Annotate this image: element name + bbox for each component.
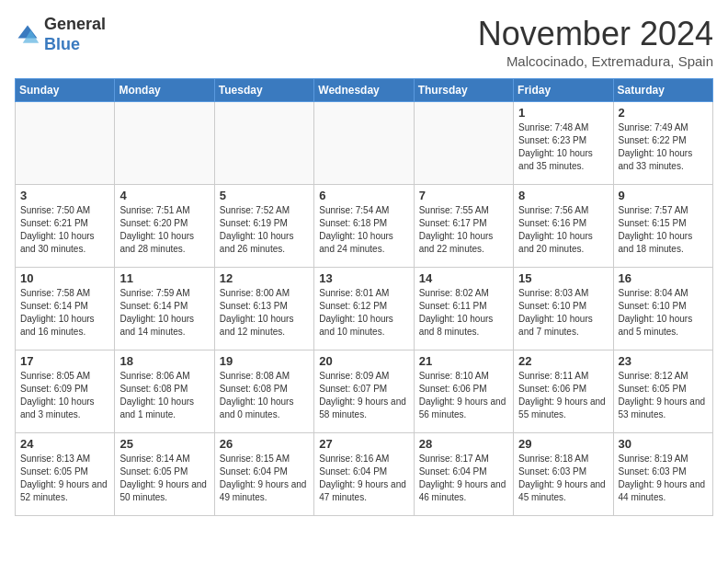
day-number: 17 — [20, 354, 109, 368]
logo-text: General Blue — [44, 15, 106, 54]
day-info: Sunrise: 8:03 AM Sunset: 6:10 PM Dayligh… — [518, 287, 608, 339]
weekday-header: Saturday — [613, 79, 712, 102]
day-info: Sunrise: 8:12 AM Sunset: 6:05 PM Dayligh… — [619, 370, 708, 421]
calendar-cell: 19Sunrise: 8:08 AM Sunset: 6:08 PM Dayli… — [214, 350, 313, 433]
calendar-week-row: 10Sunrise: 7:58 AM Sunset: 6:14 PM Dayli… — [16, 268, 713, 350]
calendar-cell: 16Sunrise: 8:04 AM Sunset: 6:10 PM Dayli… — [613, 268, 712, 350]
location: Malcocinado, Extremadura, Spain — [478, 53, 713, 69]
day-number: 13 — [319, 271, 408, 285]
calendar-cell: 8Sunrise: 7:56 AM Sunset: 6:16 PM Daylig… — [514, 185, 613, 268]
day-info: Sunrise: 8:10 AM Sunset: 6:06 PM Dayligh… — [419, 370, 508, 421]
day-info: Sunrise: 8:18 AM Sunset: 6:03 PM Dayligh… — [518, 453, 608, 504]
calendar-cell: 29Sunrise: 8:18 AM Sunset: 6:03 PM Dayli… — [514, 433, 613, 516]
day-number: 23 — [619, 354, 708, 368]
calendar-cell: 3Sunrise: 7:50 AM Sunset: 6:21 PM Daylig… — [16, 185, 115, 268]
day-number: 3 — [20, 189, 109, 202]
day-info: Sunrise: 8:08 AM Sunset: 6:08 PM Dayligh… — [220, 370, 309, 421]
page-header: General Blue November 2024 Malcocinado, … — [15, 15, 713, 69]
calendar-cell: 25Sunrise: 8:14 AM Sunset: 6:05 PM Dayli… — [115, 433, 214, 516]
calendar-cell: 27Sunrise: 8:16 AM Sunset: 6:04 PM Dayli… — [314, 433, 414, 516]
calendar-cell: 5Sunrise: 7:52 AM Sunset: 6:19 PM Daylig… — [214, 185, 313, 268]
day-number: 4 — [119, 189, 209, 202]
day-number: 22 — [518, 354, 608, 368]
day-info: Sunrise: 8:14 AM Sunset: 6:05 PM Dayligh… — [119, 453, 209, 504]
day-info: Sunrise: 8:04 AM Sunset: 6:10 PM Dayligh… — [619, 287, 708, 339]
calendar-cell: 26Sunrise: 8:15 AM Sunset: 6:04 PM Dayli… — [214, 433, 313, 516]
calendar-cell — [16, 102, 115, 185]
day-number: 30 — [619, 437, 708, 451]
day-info: Sunrise: 8:05 AM Sunset: 6:09 PM Dayligh… — [20, 370, 109, 421]
calendar-cell: 30Sunrise: 8:19 AM Sunset: 6:03 PM Dayli… — [613, 433, 712, 516]
day-number: 21 — [419, 354, 508, 368]
calendar-cell: 13Sunrise: 8:01 AM Sunset: 6:12 PM Dayli… — [314, 268, 414, 350]
calendar-cell: 4Sunrise: 7:51 AM Sunset: 6:20 PM Daylig… — [115, 185, 214, 268]
day-info: Sunrise: 7:50 AM Sunset: 6:21 PM Dayligh… — [20, 204, 109, 256]
day-number: 8 — [518, 189, 608, 202]
calendar-cell — [314, 102, 414, 185]
day-info: Sunrise: 8:01 AM Sunset: 6:12 PM Dayligh… — [319, 287, 408, 339]
day-number: 16 — [619, 271, 708, 285]
calendar-cell: 28Sunrise: 8:17 AM Sunset: 6:04 PM Dayli… — [414, 433, 513, 516]
day-info: Sunrise: 7:56 AM Sunset: 6:16 PM Dayligh… — [518, 204, 608, 256]
day-number: 5 — [220, 189, 309, 202]
calendar-cell: 20Sunrise: 8:09 AM Sunset: 6:07 PM Dayli… — [314, 350, 414, 433]
calendar-cell: 11Sunrise: 7:59 AM Sunset: 6:14 PM Dayli… — [115, 268, 214, 350]
day-info: Sunrise: 8:09 AM Sunset: 6:07 PM Dayligh… — [319, 370, 408, 421]
calendar-cell: 15Sunrise: 8:03 AM Sunset: 6:10 PM Dayli… — [514, 268, 613, 350]
day-info: Sunrise: 8:16 AM Sunset: 6:04 PM Dayligh… — [319, 453, 408, 504]
calendar-week-row: 1Sunrise: 7:48 AM Sunset: 6:23 PM Daylig… — [16, 102, 713, 185]
logo-icon — [15, 22, 40, 48]
day-number: 12 — [220, 271, 309, 285]
day-info: Sunrise: 7:58 AM Sunset: 6:14 PM Dayligh… — [20, 287, 109, 339]
weekday-header: Monday — [115, 79, 214, 102]
day-number: 19 — [220, 354, 309, 368]
calendar-week-row: 17Sunrise: 8:05 AM Sunset: 6:09 PM Dayli… — [16, 350, 713, 433]
day-info: Sunrise: 7:55 AM Sunset: 6:17 PM Dayligh… — [419, 204, 508, 256]
day-info: Sunrise: 7:48 AM Sunset: 6:23 PM Dayligh… — [518, 121, 608, 173]
day-number: 7 — [419, 189, 508, 202]
logo-blue: Blue — [44, 35, 80, 53]
weekday-header: Thursday — [414, 79, 513, 102]
calendar-cell: 24Sunrise: 8:13 AM Sunset: 6:05 PM Dayli… — [16, 433, 115, 516]
day-number: 20 — [319, 354, 408, 368]
calendar-cell: 23Sunrise: 8:12 AM Sunset: 6:05 PM Dayli… — [613, 350, 712, 433]
day-info: Sunrise: 7:51 AM Sunset: 6:20 PM Dayligh… — [119, 204, 209, 256]
weekday-header-row: SundayMondayTuesdayWednesdayThursdayFrid… — [16, 79, 713, 102]
day-number: 18 — [119, 354, 209, 368]
calendar-cell — [414, 102, 513, 185]
logo: General Blue — [15, 15, 106, 54]
calendar-cell: 6Sunrise: 7:54 AM Sunset: 6:18 PM Daylig… — [314, 185, 414, 268]
day-info: Sunrise: 7:49 AM Sunset: 6:22 PM Dayligh… — [619, 121, 708, 173]
day-info: Sunrise: 8:15 AM Sunset: 6:04 PM Dayligh… — [220, 453, 309, 504]
logo-general: General — [44, 15, 106, 33]
day-number: 11 — [119, 271, 209, 285]
day-number: 24 — [20, 437, 109, 451]
day-number: 9 — [619, 189, 708, 202]
day-info: Sunrise: 8:17 AM Sunset: 6:04 PM Dayligh… — [419, 453, 508, 504]
weekday-header: Friday — [514, 79, 613, 102]
calendar-cell: 7Sunrise: 7:55 AM Sunset: 6:17 PM Daylig… — [414, 185, 513, 268]
day-info: Sunrise: 7:52 AM Sunset: 6:19 PM Dayligh… — [220, 204, 309, 256]
day-number: 29 — [518, 437, 608, 451]
day-number: 1 — [518, 106, 608, 120]
day-info: Sunrise: 8:00 AM Sunset: 6:13 PM Dayligh… — [220, 287, 309, 339]
day-info: Sunrise: 7:54 AM Sunset: 6:18 PM Dayligh… — [319, 204, 408, 256]
month-title: November 2024 — [478, 15, 713, 53]
day-info: Sunrise: 7:59 AM Sunset: 6:14 PM Dayligh… — [119, 287, 209, 339]
calendar-cell: 14Sunrise: 8:02 AM Sunset: 6:11 PM Dayli… — [414, 268, 513, 350]
calendar-cell: 17Sunrise: 8:05 AM Sunset: 6:09 PM Dayli… — [16, 350, 115, 433]
day-number: 27 — [319, 437, 408, 451]
calendar-week-row: 24Sunrise: 8:13 AM Sunset: 6:05 PM Dayli… — [16, 433, 713, 516]
calendar-cell: 21Sunrise: 8:10 AM Sunset: 6:06 PM Dayli… — [414, 350, 513, 433]
calendar-cell: 2Sunrise: 7:49 AM Sunset: 6:22 PM Daylig… — [613, 102, 712, 185]
calendar-week-row: 3Sunrise: 7:50 AM Sunset: 6:21 PM Daylig… — [16, 185, 713, 268]
day-number: 28 — [419, 437, 508, 451]
day-number: 15 — [518, 271, 608, 285]
calendar-cell: 1Sunrise: 7:48 AM Sunset: 6:23 PM Daylig… — [514, 102, 613, 185]
day-info: Sunrise: 8:06 AM Sunset: 6:08 PM Dayligh… — [119, 370, 209, 421]
day-number: 2 — [619, 106, 708, 120]
calendar-cell: 9Sunrise: 7:57 AM Sunset: 6:15 PM Daylig… — [613, 185, 712, 268]
day-number: 6 — [319, 189, 408, 202]
calendar-table: SundayMondayTuesdayWednesdayThursdayFrid… — [15, 78, 713, 516]
calendar-cell — [115, 102, 214, 185]
